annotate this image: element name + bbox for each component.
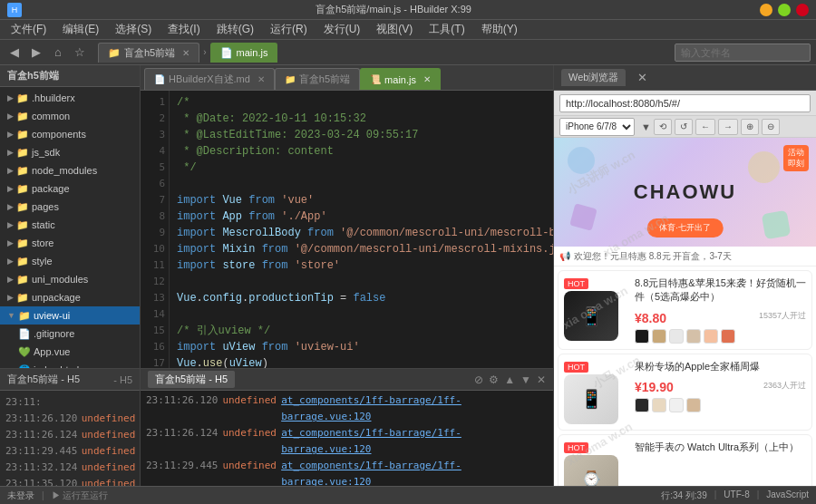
tree-item-style[interactable]: ▶ 📁 style [0, 252, 140, 270]
tree-item-common[interactable]: ▶ 📁 common [0, 107, 140, 125]
log-time: 23:11:26.120 [5, 411, 76, 427]
project-tab[interactable]: 📁 盲盒h5前端 ✕ [98, 43, 199, 63]
editor-tab-project[interactable]: 📁 盲盒h5前端 [275, 68, 360, 90]
product-card-1[interactable]: HOT 📱 8.8元目特惠&苹果15来袭！好货随机一件（5选高爆必中） ¥8.8… [558, 270, 812, 350]
tree-item-uview-ui[interactable]: ▼ 📁 uview-ui [0, 306, 140, 325]
folder-icon: 📁 [18, 310, 31, 322]
console-tab-h5[interactable]: 盲盒h5前端 - H5 [148, 371, 235, 388]
back-nav-btn[interactable]: ← [695, 119, 715, 135]
console-log-2: 23:11:26.120 undefined [5, 411, 134, 427]
console-log-1: 23:11: [5, 394, 134, 411]
tree-item-label: unpackage [32, 292, 81, 303]
menu-tools[interactable]: 工具(T) [422, 20, 471, 39]
console-header: 盲盒h5前端 - H5 - H5 [0, 369, 140, 391]
hot-badge-2: HOT [564, 362, 588, 373]
folder-icon: 📁 [16, 201, 29, 213]
hero-action-btn[interactable]: 体育·七开出了 [646, 218, 724, 237]
product-card-2[interactable]: HOT 📱 果粉专场的Apple全家桶周爆 ¥19.90 2363人开过 [558, 354, 812, 431]
tree-expand-icon: ▶ [7, 93, 14, 102]
browser-url-input[interactable] [559, 94, 811, 112]
log-link-2[interactable]: at_components/1ff-barrage/1ff-barrage.vu… [281, 425, 548, 458]
tree-item-uni-modules[interactable]: ▶ 📁 uni_modules [0, 270, 140, 288]
forward-nav-btn[interactable]: → [718, 119, 738, 135]
filter-icon[interactable]: ⚙ [489, 373, 499, 386]
tree-item-label: components [32, 129, 86, 140]
back-btn[interactable]: ◀ [5, 44, 24, 62]
tree-item-label: package [32, 183, 70, 194]
menu-help[interactable]: 帮助(Y) [474, 20, 525, 39]
log-time: 23:11:26.124 [5, 427, 76, 443]
color-swatch[interactable] [635, 398, 649, 412]
tree-item-hbuilderx[interactable]: ▶ 📁 .hbuilderx [0, 89, 140, 107]
clear-icon[interactable]: ⊘ [474, 373, 483, 386]
folder-icon: 📁 [16, 219, 29, 231]
browser-tab[interactable]: Web浏览器 [561, 69, 626, 86]
close-btn[interactable] [796, 4, 809, 16]
log-link-1[interactable]: at_components/1ff-barrage/1ff-barrage.vu… [281, 393, 548, 425]
menu-view[interactable]: 视图(V) [369, 20, 420, 39]
tree-item-index-html[interactable]: 🌐 index.html [0, 361, 140, 368]
folder-icon: 📁 [16, 183, 29, 195]
menu-file[interactable]: 文件(F) [4, 20, 53, 39]
tab-close-icon[interactable]: ✕ [182, 48, 189, 58]
menu-select[interactable]: 选择(S) [108, 20, 159, 39]
product-card-3[interactable]: HOT ⌚ 智能手表の Watch Ultra系列（上中） [558, 434, 812, 486]
editor-tabs: 📄 HBuilderX自述.md ✕ 📁 盲盒h5前端 📜 main.js ✕ [141, 65, 553, 91]
browser-header: Web浏览器 ✕ [554, 65, 816, 91]
tree-item-components[interactable]: ▶ 📁 components [0, 125, 140, 143]
tree-item-node-modules[interactable]: ▶ 📁 node_modules [0, 161, 140, 179]
color-swatch[interactable] [652, 398, 666, 412]
color-swatch[interactable] [686, 329, 701, 344]
rotate-btn[interactable]: ⟲ [654, 119, 672, 135]
product-sold-2: 2363人开过 [763, 380, 806, 392]
editor-tab-main-js[interactable]: 📜 main.js ✕ [360, 68, 441, 90]
tree-item-gitignore[interactable]: 📄 .gitignore [0, 325, 140, 343]
tree-item-label: static [32, 219, 55, 230]
tree-item-unpackage[interactable]: ▶ 📁 unpackage [0, 288, 140, 306]
tree-item-pages[interactable]: ▶ 📁 pages [0, 198, 140, 216]
tab-close-btn[interactable]: ✕ [257, 74, 265, 84]
zoom-btn[interactable]: ⊕ [741, 119, 759, 135]
minimize-btn[interactable] [760, 4, 772, 16]
color-swatch[interactable] [704, 329, 718, 344]
tree-expand-icon: ▶ [7, 111, 14, 121]
tree-item-package[interactable]: ▶ 📁 package [0, 179, 140, 198]
tree-item-store[interactable]: ▶ 📁 store [0, 234, 140, 252]
file-search-input[interactable] [675, 44, 811, 62]
phone-preview[interactable]: 小马讲师 w.cn xia oma w.cn xia oma w.cn 小马 w… [554, 138, 816, 486]
menu-publish[interactable]: 发行(U) [316, 20, 368, 39]
color-swatch[interactable] [721, 329, 735, 344]
tree-item-js-sdk[interactable]: ▶ 📁 js_sdk [0, 143, 140, 161]
color-swatch[interactable] [652, 329, 666, 344]
tree-item-static[interactable]: ▶ 📁 static [0, 216, 140, 234]
zoom-out-btn[interactable]: ⊖ [762, 119, 780, 135]
browser-close-tab[interactable]: ✕ [633, 69, 651, 87]
tree-item-app-vue[interactable]: 💚 App.vue [0, 343, 140, 361]
refresh-btn[interactable]: ↺ [675, 119, 693, 135]
log-level: undefined [82, 460, 134, 476]
hero-decoration-4 [762, 210, 791, 239]
menu-run[interactable]: 运行(R) [263, 20, 315, 39]
menu-find[interactable]: 查找(I) [160, 20, 207, 39]
color-swatch[interactable] [686, 398, 701, 412]
editor-tab-hbuilder-readme[interactable]: 📄 HBuilderX自述.md ✕ [144, 68, 275, 90]
menu-edit[interactable]: 编辑(E) [55, 20, 106, 39]
tab-close-btn[interactable]: ✕ [423, 74, 431, 84]
scroll-bottom-icon[interactable]: ▼ [520, 373, 531, 386]
home-btn[interactable]: ⌂ [49, 44, 67, 62]
scroll-top-icon[interactable]: ▲ [504, 373, 515, 386]
star-btn[interactable]: ☆ [71, 44, 89, 62]
menu-goto[interactable]: 跳转(G) [209, 20, 261, 39]
device-selector[interactable]: iPhone 6/7/8 iPhone X iPad [559, 118, 635, 136]
tree-expand-icon: ▶ [7, 275, 14, 284]
maximize-btn[interactable] [778, 4, 791, 16]
color-swatch[interactable] [635, 329, 649, 344]
tree-item-label: uview-ui [34, 310, 70, 321]
color-swatch[interactable] [669, 398, 684, 412]
close-console-icon[interactable]: ✕ [537, 373, 546, 386]
forward-btn[interactable]: ▶ [27, 44, 45, 62]
main-js-tab[interactable]: 📄 main.js [210, 43, 278, 63]
log-link-3[interactable]: at_components/1ff-barrage/1ff-barrage.vu… [281, 458, 548, 486]
console-log-area: 23:11:26.120 undefined at_components/1ff… [141, 391, 553, 486]
color-swatch[interactable] [669, 329, 684, 344]
